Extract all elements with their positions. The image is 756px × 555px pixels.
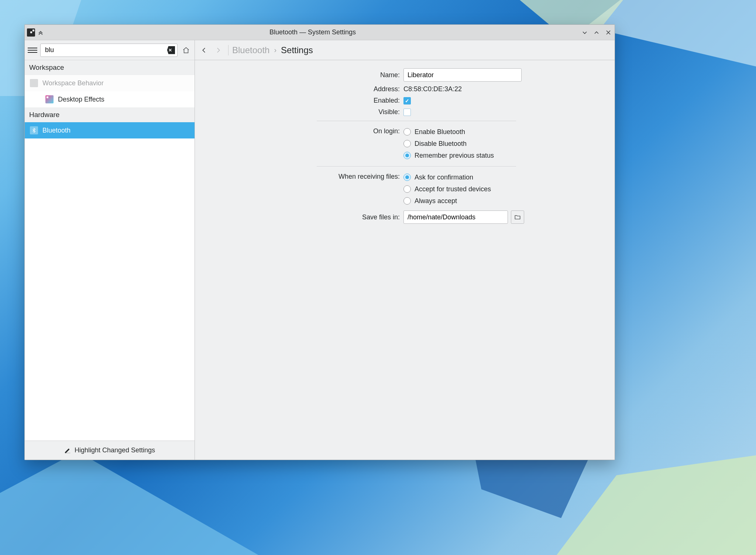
nav-back-button[interactable] [198, 44, 210, 56]
on-login-option-disable[interactable]: Disable Bluetooth [403, 138, 467, 150]
save-path-input[interactable] [403, 210, 508, 224]
folder-icon [514, 214, 521, 220]
receive-label: When receiving files: [217, 171, 403, 181]
window-title: Bluetooth — System Settings [45, 28, 581, 36]
radio-icon [403, 174, 411, 181]
radio-icon [403, 140, 411, 147]
bluetooth-icon [30, 126, 38, 134]
option-label: Always accept [415, 197, 457, 205]
receive-option-always[interactable]: Always accept [403, 195, 457, 207]
breadcrumb-divider [228, 45, 228, 55]
sidebar-item-label: Bluetooth [42, 127, 71, 134]
nav-forward-button[interactable] [212, 44, 224, 56]
sidebar-item-label: Workspace Behavior [42, 79, 104, 87]
visible-label: Visible: [217, 108, 403, 116]
option-label: Accept for trusted devices [415, 185, 491, 193]
radio-icon [403, 152, 411, 159]
option-label: Ask for confirmation [415, 174, 473, 181]
enabled-label: Enabled: [217, 97, 403, 105]
sidebar-item-label: Desktop Effects [58, 96, 104, 103]
keep-above-icon[interactable] [37, 28, 45, 37]
close-button[interactable] [604, 28, 612, 37]
main-panel: Bluetooth › Settings Name: Address: C8:5… [195, 40, 615, 460]
receive-option-trusted[interactable]: Accept for trusted devices [403, 183, 491, 195]
radio-icon [403, 128, 411, 136]
on-login-option-remember[interactable]: Remember previous status [403, 150, 494, 161]
search-input[interactable] [45, 46, 165, 54]
search-field[interactable] [40, 44, 178, 57]
app-menu-icon[interactable] [27, 28, 35, 37]
on-login-option-enable[interactable]: Enable Bluetooth [403, 126, 465, 138]
on-login-label: On login: [217, 126, 403, 135]
workspace-behavior-icon [30, 79, 38, 87]
sidebar-item-bluetooth[interactable]: Bluetooth [25, 122, 195, 138]
separator [317, 166, 516, 167]
hamburger-menu-icon[interactable] [28, 45, 37, 55]
settings-form: Name: Address: C8:58:C0:DE:3A:22 Enabled… [195, 60, 615, 236]
desktop-effects-icon [45, 95, 54, 103]
radio-icon [403, 185, 411, 193]
breadcrumb: Bluetooth › Settings [195, 40, 615, 60]
highlight-changed-label: Highlight Changed Settings [75, 446, 155, 454]
sidebar-item-workspace-behavior[interactable]: Workspace Behavior [25, 75, 195, 91]
save-path-label: Save files in: [217, 213, 403, 221]
highlight-changed-button[interactable]: Highlight Changed Settings [25, 441, 195, 460]
address-value: C8:58:C0:DE:3A:22 [403, 85, 462, 93]
sidebar-item-desktop-effects[interactable]: Desktop Effects [25, 91, 195, 107]
breadcrumb-current: Settings [281, 45, 313, 55]
option-label: Disable Bluetooth [415, 140, 467, 148]
sidebar-category-workspace: Workspace [25, 60, 195, 75]
option-label: Enable Bluetooth [415, 128, 465, 136]
pencil-icon [64, 447, 71, 454]
browse-folder-button[interactable] [511, 210, 524, 224]
name-label: Name: [217, 71, 403, 79]
name-input[interactable] [403, 68, 522, 82]
breadcrumb-parent[interactable]: Bluetooth [232, 45, 269, 55]
option-label: Remember previous status [415, 152, 494, 160]
titlebar: Bluetooth — System Settings [25, 25, 615, 40]
sidebar-category-hardware: Hardware [25, 107, 195, 122]
minimize-button[interactable] [581, 28, 589, 37]
system-settings-window: Bluetooth — System Settings [24, 24, 615, 460]
sidebar: Workspace Workspace Behavior Desktop Eff… [25, 40, 195, 460]
visible-checkbox[interactable] [403, 109, 411, 116]
separator [317, 121, 516, 121]
receive-option-ask[interactable]: Ask for confirmation [403, 171, 473, 183]
clear-search-icon[interactable] [165, 46, 175, 54]
radio-icon [403, 197, 411, 205]
enabled-checkbox[interactable] [403, 97, 411, 105]
home-button[interactable] [181, 45, 192, 56]
address-label: Address: [217, 85, 403, 93]
chevron-right-icon: › [274, 46, 276, 54]
maximize-button[interactable] [592, 28, 601, 37]
